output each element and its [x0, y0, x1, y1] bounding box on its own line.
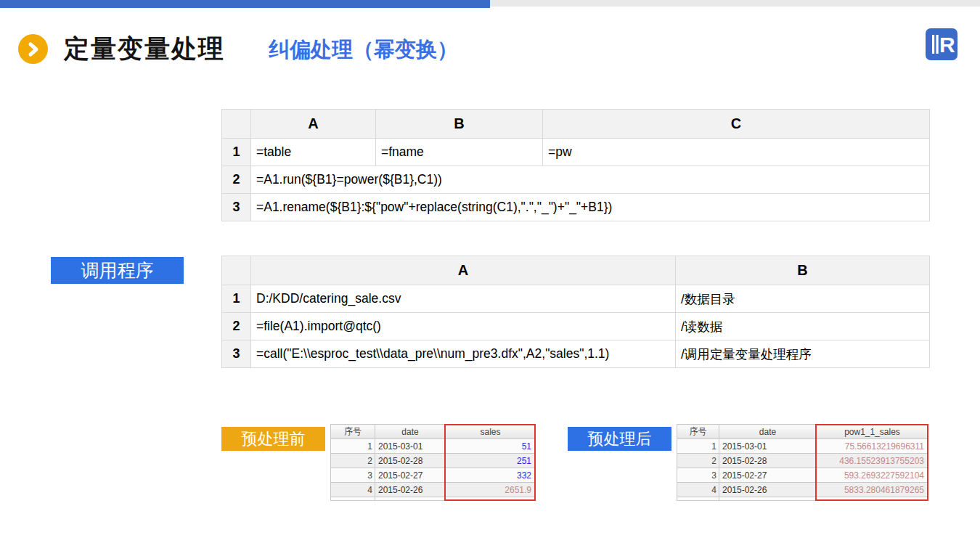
logo-letter: R	[939, 33, 955, 57]
header-sales: sales	[446, 425, 536, 439]
seq-cell: 3	[331, 468, 375, 483]
after-result-table: 序号 date pow1_1_sales 1 2015-03-01 75.566…	[677, 424, 928, 501]
before-header-row: 序号 date sales	[331, 425, 536, 439]
cell-b1-comment: /数据目录	[676, 285, 930, 313]
column-header-b: B	[376, 110, 543, 139]
cell-a3: =call("E:\\esproc_test\\data_pre\\num_pr…	[251, 340, 676, 368]
date-cell: 2015-02-26	[719, 483, 817, 497]
after-header-row: 序号 date pow1_1_sales	[677, 425, 928, 439]
top-gray-bar	[490, 0, 980, 7]
date-cell: 2015-02-28	[375, 454, 446, 468]
header-date: date	[719, 425, 817, 439]
call-program-label: 调用程序	[51, 257, 184, 284]
column-header-b: B	[676, 256, 930, 285]
value-cell: 332	[446, 468, 536, 483]
table-row: 4 2015-02-26 2651.9	[331, 483, 536, 497]
code-grid-header-row: A B C	[222, 110, 930, 139]
row-number: 1	[222, 139, 251, 166]
row-number: 2	[222, 166, 251, 194]
value-cell: 51	[446, 439, 536, 454]
seq-cell: 3	[677, 468, 719, 483]
cell-b2-comment: /读数据	[676, 313, 930, 340]
date-cell: 2015-03-01	[375, 439, 446, 454]
cell-a1: D:/KDD/catering_sale.csv	[251, 285, 676, 313]
call-grid-header-row: A B	[222, 256, 930, 285]
date-cell: 2015-02-27	[719, 468, 817, 483]
cell-a3: =A1.rename(${B1}:${"pow"+replace(string(…	[251, 194, 930, 221]
raqsoft-logo: R	[925, 28, 958, 61]
date-cell: 2015-03-01	[719, 439, 817, 454]
code-row-1: 1 =table =fname =pw	[222, 139, 930, 166]
before-label: 预处理前	[221, 427, 325, 451]
header-pow-sales: pow1_1_sales	[817, 425, 928, 439]
raqsoft-logo-icon: R	[925, 28, 958, 61]
date-cell: 2015-02-26	[375, 483, 446, 497]
table-row: 3 2015-02-27 332	[331, 468, 536, 483]
seq-cell: 1	[677, 439, 719, 454]
top-accent-bar	[0, 0, 490, 8]
cell-a2: =A1.run(${B1}=power(${B1},C1))	[251, 166, 930, 194]
code-row-2: 2 =A1.run(${B1}=power(${B1},C1))	[222, 166, 930, 194]
table-row: 1 2015-03-01 75.56613219696311	[677, 439, 928, 454]
table-row: 1 2015-03-01 51	[331, 439, 536, 454]
clipped-row	[677, 497, 928, 501]
cell-c1: =pw	[543, 139, 930, 166]
code-spreadsheet: A B C 1 =table =fname =pw 2 =A1.run(${B1…	[221, 109, 930, 221]
table-row: 3 2015-02-27 593.2693227592104	[677, 468, 928, 483]
row-number: 1	[222, 285, 251, 313]
cell-b3-comment: /调用定量变量处理程序	[676, 340, 930, 368]
chevron-right-icon	[25, 41, 41, 57]
table-row: 2 2015-02-28 436.15523913755203	[677, 454, 928, 468]
value-cell: 251	[446, 454, 536, 468]
date-cell: 2015-02-28	[719, 454, 817, 468]
code-row-3: 3 =A1.rename(${B1}:${"pow"+replace(strin…	[222, 194, 930, 221]
call-spreadsheet: A B 1 D:/KDD/catering_sale.csv /数据目录 2 =…	[221, 256, 930, 368]
bullet-circle	[18, 34, 48, 64]
value-cell: 2651.9	[446, 483, 536, 497]
seq-cell: 2	[677, 454, 719, 468]
cell-b1: =fname	[376, 139, 543, 166]
corner-cell	[222, 256, 251, 285]
after-label: 预处理后	[568, 427, 671, 451]
corner-cell	[222, 110, 251, 139]
header-date: date	[375, 425, 446, 439]
header-seq: 序号	[331, 425, 375, 439]
page-subtitle: 纠偏处理（幂变换）	[269, 36, 458, 65]
seq-cell: 2	[331, 454, 375, 468]
cell-a2: =file(A1).import@qtc()	[251, 313, 676, 340]
seq-cell: 4	[331, 483, 375, 497]
call-row-1: 1 D:/KDD/catering_sale.csv /数据目录	[222, 285, 930, 313]
column-header-a: A	[251, 110, 376, 139]
row-number: 2	[222, 313, 251, 340]
call-row-2: 2 =file(A1).import@qtc() /读数据	[222, 313, 930, 340]
seq-cell: 1	[331, 439, 375, 454]
row-number: 3	[222, 194, 251, 221]
value-cell: 5833.280461879265	[817, 483, 928, 497]
cell-a1: =table	[251, 139, 376, 166]
header-seq: 序号	[677, 425, 719, 439]
table-row: 4 2015-02-26 5833.280461879265	[677, 483, 928, 497]
date-cell: 2015-02-27	[375, 468, 446, 483]
before-result-table: 序号 date sales 1 2015-03-01 51 2 2015-02-…	[330, 424, 536, 501]
clipped-row	[331, 497, 536, 501]
value-cell: 436.15523913755203	[817, 454, 928, 468]
value-cell: 75.56613219696311	[817, 439, 928, 454]
value-cell: 593.2693227592104	[817, 468, 928, 483]
page-title: 定量变量处理	[64, 32, 225, 66]
row-number: 3	[222, 340, 251, 368]
call-row-3: 3 =call("E:\\esproc_test\\data_pre\\num_…	[222, 340, 930, 368]
table-row: 2 2015-02-28 251	[331, 454, 536, 468]
seq-cell: 4	[677, 483, 719, 497]
column-header-c: C	[543, 110, 930, 139]
column-header-a: A	[251, 256, 676, 285]
